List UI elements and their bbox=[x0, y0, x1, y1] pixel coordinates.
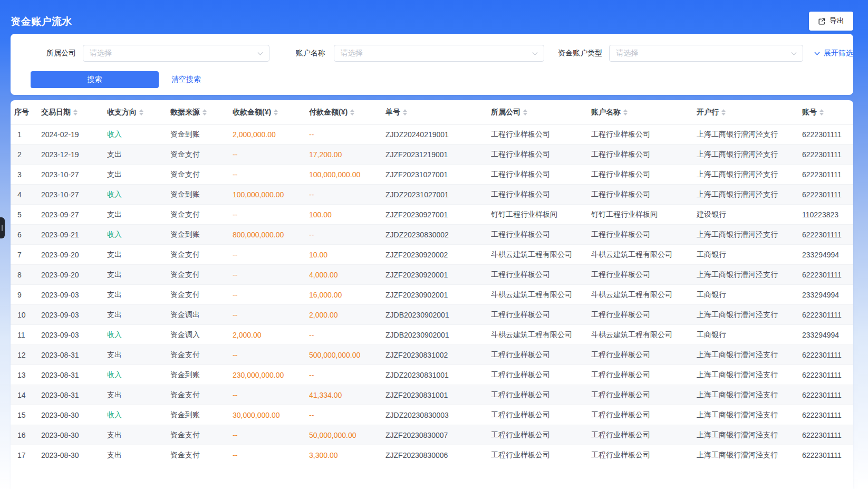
table-row: 72023-09-20支出资金支付--10.00ZJZF20230920002斗… bbox=[11, 245, 853, 265]
cell-order_no: ZJZF20231219001 bbox=[385, 150, 491, 159]
cell-source: 资金支付 bbox=[170, 270, 233, 280]
page-title: 资金账户流水 bbox=[11, 15, 72, 28]
cell-source: 资金到账 bbox=[170, 190, 233, 199]
cell-order_no: ZJZF20230920001 bbox=[385, 271, 491, 279]
cell-account_name: 工程行业样板公司 bbox=[591, 230, 697, 239]
cell-order_no: ZJDB20230902001 bbox=[385, 311, 491, 319]
search-button[interactable]: 搜索 bbox=[31, 71, 159, 88]
column-header-date[interactable]: 交易日期 bbox=[41, 108, 107, 117]
column-header-bank[interactable]: 开户行 bbox=[697, 108, 802, 117]
sort-caret-icon bbox=[623, 109, 628, 116]
cell-index: 14 bbox=[11, 391, 41, 399]
filter-label-company: 所属公司 bbox=[46, 49, 76, 58]
column-label: 开户行 bbox=[697, 108, 719, 117]
cell-payment: 17,200.00 bbox=[309, 150, 385, 159]
sort-caret-icon bbox=[819, 109, 824, 116]
cell-company: 工程行业样板公司 bbox=[491, 370, 591, 380]
cell-bank: 工商银行 bbox=[697, 290, 802, 300]
cell-account_no: 6222301111 bbox=[802, 451, 853, 459]
cell-bank: 上海工商银行漕河泾支行 bbox=[697, 450, 802, 460]
cell-account_name: 工程行业样板公司 bbox=[591, 390, 697, 400]
cell-index: 16 bbox=[11, 431, 41, 439]
cell-bank: 上海工商银行漕河泾支行 bbox=[697, 430, 802, 440]
cell-index: 15 bbox=[11, 411, 41, 419]
cell-bank: 建设银行 bbox=[697, 210, 802, 219]
cell-bank: 工商银行 bbox=[697, 250, 802, 260]
cell-bank: 上海工商银行漕河泾支行 bbox=[697, 370, 802, 380]
cell-date: 2023-09-03 bbox=[41, 311, 107, 319]
cell-index: 10 bbox=[11, 311, 41, 319]
sort-caret-icon bbox=[202, 109, 207, 116]
cell-account_name: 工程行业样板公司 bbox=[591, 130, 697, 139]
cell-payment: -- bbox=[309, 130, 385, 139]
cell-index: 13 bbox=[11, 371, 41, 379]
account-type-select[interactable]: 请选择 bbox=[609, 45, 803, 62]
clear-search-link[interactable]: 清空搜索 bbox=[171, 75, 201, 84]
cell-receipt: -- bbox=[233, 251, 309, 259]
cell-order_no: ZJZF20231027001 bbox=[385, 170, 491, 179]
cell-company: 工程行业样板公司 bbox=[491, 190, 591, 199]
sort-caret-icon bbox=[139, 109, 143, 116]
cell-index: 9 bbox=[11, 291, 41, 299]
cell-account_name: 钉钉工程行业样板间 bbox=[591, 210, 697, 219]
cell-date: 2023-09-03 bbox=[41, 331, 107, 339]
cell-receipt: 100,000,000.00 bbox=[233, 190, 309, 199]
top-header-bar: 资金账户流水 导出 bbox=[0, 0, 868, 32]
export-button[interactable]: 导出 bbox=[809, 12, 853, 31]
cell-order_no: ZJDZ20230830003 bbox=[385, 411, 491, 419]
cell-source: 资金支付 bbox=[170, 350, 233, 360]
filter-label-account-type: 资金账户类型 bbox=[558, 49, 602, 58]
cell-index: 4 bbox=[11, 190, 41, 199]
cell-account_no: 6222301111 bbox=[802, 431, 853, 439]
column-header-direction[interactable]: 收支方向 bbox=[107, 108, 170, 117]
column-label: 账号 bbox=[802, 108, 817, 117]
cell-company: 工程行业样板公司 bbox=[491, 230, 591, 239]
cell-direction: 支出 bbox=[107, 170, 170, 179]
sort-caret-icon bbox=[403, 109, 407, 116]
chevron-down-icon bbox=[790, 50, 797, 57]
cell-date: 2023-09-20 bbox=[41, 271, 107, 279]
table-row: 32023-10-27支出资金支付--100,000,000.00ZJZF202… bbox=[11, 165, 853, 185]
account-name-select[interactable]: 请选择 bbox=[334, 45, 545, 62]
cell-order_no: ZJZF20230831002 bbox=[385, 351, 491, 359]
side-drawer-handle[interactable] bbox=[0, 217, 5, 238]
cell-source: 资金支付 bbox=[170, 290, 233, 300]
table-row: 62023-09-21收入资金到账800,000,000.00--ZJDZ202… bbox=[11, 225, 853, 245]
sort-caret-icon bbox=[523, 109, 527, 116]
expand-filters-link[interactable]: 展开筛选 bbox=[814, 49, 853, 58]
company-select[interactable]: 请选择 bbox=[83, 45, 269, 62]
table-row: 12024-02-19收入资金到账2,000,000.00--ZJDZ20240… bbox=[11, 124, 853, 145]
cell-account_no: 6222301111 bbox=[802, 231, 853, 239]
column-header-account_name[interactable]: 账户名称 bbox=[591, 108, 697, 117]
cell-date: 2023-08-30 bbox=[41, 451, 107, 459]
cell-account_no: 233294994 bbox=[802, 251, 853, 259]
column-header-payment[interactable]: 付款金额(¥) bbox=[309, 108, 385, 117]
cell-direction: 收入 bbox=[107, 410, 170, 420]
cell-date: 2023-12-19 bbox=[41, 150, 107, 159]
column-header-order_no[interactable]: 单号 bbox=[385, 108, 491, 117]
cell-order_no: ZJDZ20230830002 bbox=[385, 231, 491, 239]
column-label: 收支方向 bbox=[107, 108, 137, 117]
sort-caret-icon bbox=[73, 109, 78, 116]
column-header-source[interactable]: 数据来源 bbox=[170, 108, 233, 117]
cell-company: 工程行业样板公司 bbox=[491, 390, 591, 400]
cell-receipt: 2,000.00 bbox=[233, 331, 309, 339]
cell-receipt: -- bbox=[233, 170, 309, 179]
export-icon bbox=[818, 17, 826, 25]
cell-direction: 收入 bbox=[107, 190, 170, 199]
cell-source: 资金支付 bbox=[170, 390, 233, 400]
column-header-company[interactable]: 所属公司 bbox=[491, 108, 591, 117]
column-header-account_no[interactable]: 账号 bbox=[802, 108, 853, 117]
cell-date: 2023-09-03 bbox=[41, 291, 107, 299]
cell-bank: 上海工商银行漕河泾支行 bbox=[697, 150, 802, 159]
cell-payment: 100.00 bbox=[309, 210, 385, 219]
column-header-receipt[interactable]: 收款金额(¥) bbox=[233, 108, 309, 117]
cell-receipt: -- bbox=[233, 431, 309, 439]
cell-account_no: 6222301111 bbox=[802, 411, 853, 419]
cell-receipt: -- bbox=[233, 391, 309, 399]
cell-payment: 50,000,000.00 bbox=[309, 431, 385, 439]
filter-label-account-name: 账户名称 bbox=[296, 49, 325, 58]
cell-source: 资金支付 bbox=[170, 250, 233, 260]
cell-receipt: -- bbox=[233, 311, 309, 319]
column-header-index: 序号 bbox=[11, 108, 41, 117]
